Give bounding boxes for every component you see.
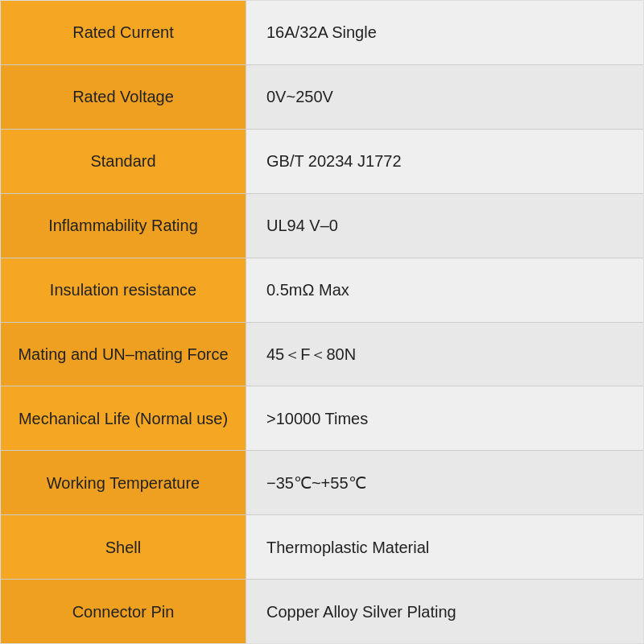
table-row: Mechanical Life (Normal use)>10000 Times: [1, 386, 643, 451]
label-cell: Mechanical Life (Normal use): [1, 386, 246, 450]
label-cell: Rated Current: [1, 1, 246, 64]
value-cell: 0.5mΩ Max: [246, 258, 643, 322]
label-cell: Mating and UN–mating Force: [1, 323, 246, 386]
value-cell: 45＜F＜80N: [246, 323, 643, 386]
table-row: Connector PinCopper Alloy Silver Plating: [1, 580, 643, 643]
table-row: Mating and UN–mating Force45＜F＜80N: [1, 323, 643, 387]
label-cell: Rated Voltage: [1, 65, 246, 129]
table-row: Working Temperature−35℃~+55℃: [1, 451, 643, 515]
value-cell: Copper Alloy Silver Plating: [246, 580, 643, 643]
label-cell: Shell: [1, 515, 246, 579]
value-cell: 16A/32A Single: [246, 1, 643, 64]
value-cell: UL94 V–0: [246, 194, 643, 258]
label-cell: Standard: [1, 130, 246, 193]
label-cell: Insulation resistance: [1, 258, 246, 322]
label-cell: Inflammability Rating: [1, 194, 246, 258]
value-cell: −35℃~+55℃: [246, 451, 643, 514]
value-cell: 0V~250V: [246, 65, 643, 129]
label-cell: Connector Pin: [1, 580, 246, 643]
table-row: Rated Current16A/32A Single: [1, 1, 643, 65]
value-cell: Thermoplastic Material: [246, 515, 643, 579]
table-row: Inflammability RatingUL94 V–0: [1, 194, 643, 258]
table-row: Insulation resistance0.5mΩ Max: [1, 258, 643, 323]
table-row: StandardGB/T 20234 J1772: [1, 130, 643, 194]
label-cell: Working Temperature: [1, 451, 246, 514]
value-cell: GB/T 20234 J1772: [246, 130, 643, 193]
table-row: Rated Voltage0V~250V: [1, 65, 643, 130]
specs-table: Rated Current16A/32A SingleRated Voltage…: [0, 0, 644, 644]
value-cell: >10000 Times: [246, 386, 643, 450]
table-row: ShellThermoplastic Material: [1, 515, 643, 580]
